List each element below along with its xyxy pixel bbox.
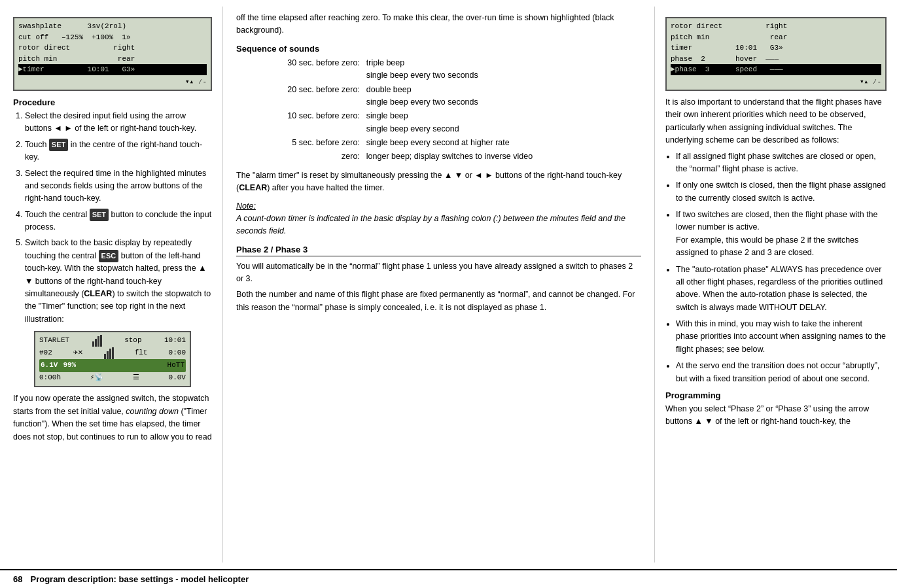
esc-button-label: ESC (99, 250, 119, 262)
seq-line1-0: triple beep (366, 58, 404, 67)
seq-label-0: 30 sec. before zero: (236, 56, 364, 83)
seq-row-2: 10 sec. before zero: single beep single … (236, 109, 641, 136)
seq-line1-1: double beep (366, 85, 412, 94)
seq-val-4: longer beep; display switches to inverse… (364, 150, 641, 164)
col-left: swashplate 3sv(2rol) cut off –125% +100%… (0, 7, 222, 562)
seq-row-0: 30 sec. before zero: triple beep single … (236, 56, 641, 83)
stopwatch-display: STARLET stop 10:01 #02 ✈✕ (34, 331, 191, 387)
seq-val-2: single beep single beep every second (364, 109, 641, 136)
lcd2-row-3: timer 10:01 G3» (671, 43, 881, 54)
lcd-bottom-1: ▾▴ ∕- (18, 77, 207, 88)
lcd-row-4: pitch min rear (18, 54, 207, 65)
seq-val-0: triple beep single beep every two second… (364, 56, 641, 83)
seq-label-1: 20 sec. before zero: (236, 83, 364, 110)
sw-bar-1 (92, 341, 94, 347)
seq-line2-1: single beep every two seconds (366, 97, 478, 107)
sw-title: STARLET (39, 335, 69, 347)
bullet-6: At the servo end the transition does not… (676, 360, 887, 385)
bullet-3: If two switches are closed, then the fli… (676, 209, 887, 260)
lcd-row-1: swashplate 3sv(2rol) (18, 21, 207, 32)
sw-out-voltage: 0.0V (169, 372, 186, 384)
lcd-bottom-1-text: ▾▴ ∕- (185, 77, 207, 88)
bullet-4: The "auto-rotation phase" ALWAYS has pre… (676, 264, 887, 315)
seq-line2-0: single beep every two seconds (366, 71, 478, 80)
bullet-2: If only one switch is closed, then the f… (676, 179, 887, 205)
lcd-row-5-highlighted: ►timer 10:01 G3» (18, 64, 207, 75)
seq-line2-2: single beep every second (366, 124, 459, 133)
para-reset: The "alarm timer" is reset by simultaneo… (236, 169, 641, 195)
seq-line1-2: single beep (366, 111, 408, 120)
seq-row-1: 20 sec. before zero: double beep single … (236, 83, 641, 110)
clear-label-1: CLEAR (84, 289, 112, 298)
procedure-step-2: Touch SET in the centre of the right-han… (25, 139, 212, 164)
sw-stop-label: stop (124, 335, 141, 347)
lcd-row-2-text: cut off –125% +100% 1» (18, 32, 131, 43)
bullet-1: If all assigned flight phase switches ar… (676, 150, 887, 176)
lcd2-bottom: ▾▴ ∕- (671, 77, 881, 88)
programming-para: When you select “Phase 2” or “Phase 3” u… (665, 403, 887, 428)
set-button-label-2: SET (90, 209, 109, 221)
sw-voltage: 6.1V (41, 360, 58, 372)
sequence-heading: Sequence of sounds (236, 44, 641, 54)
right-para-top: It is also important to understand that … (665, 96, 887, 147)
phase-intro: You will automatically be in the “normal… (236, 260, 641, 286)
col-right: rotor direct right pitch min rear timer … (655, 7, 897, 562)
programming-heading: Programming (665, 390, 887, 400)
sw-hott: HoTT (167, 360, 185, 372)
main-content: swashplate 3sv(2rol) cut off –125% +100%… (0, 0, 897, 569)
sw-bar-3 (97, 336, 99, 347)
col-middle: off the time elapsed after reaching zero… (222, 7, 655, 562)
lcd2-bottom-text: ▾▴ ∕- (860, 77, 881, 88)
sw-bar2-4 (112, 347, 114, 359)
seq-val-1: double beep single beep every two second… (364, 83, 641, 110)
lcd2-row-5-highlighted: ►phase 3 speed ——— (671, 64, 881, 75)
sw-tx-icon: ⚡📡 (90, 372, 104, 384)
lcd-row-3: rotor direct right (18, 43, 207, 54)
sw-row-4: 0:00h ⚡📡 ☰ 0.0V (39, 372, 186, 384)
page-container: swashplate 3sv(2rol) cut off –125% +100%… (0, 0, 897, 588)
lcd-row-2: cut off –125% +100% 1» (18, 32, 207, 43)
counting-down-italic: counting down (126, 407, 179, 416)
sw-flt-label: flt (135, 347, 148, 359)
sw-bar2-1 (104, 354, 106, 359)
seq-row-3: 5 sec. before zero: single beep every se… (236, 136, 641, 150)
set-button-label: SET (49, 139, 68, 151)
lcd2-row-1: rotor direct right (671, 21, 881, 32)
sequence-table: 30 sec. before zero: triple beep single … (236, 56, 641, 164)
para-after-stopwatch: If you now operate the assigned switch, … (13, 392, 212, 443)
footer-bar: 68 Program description: base settings - … (0, 569, 897, 588)
seq-row-4: zero: longer beep; display switches to i… (236, 150, 641, 164)
lcd-display-2: rotor direct right pitch min rear timer … (665, 17, 887, 91)
lcd-row-3-text: rotor direct right (18, 43, 135, 54)
lcd-row-4-text: pitch min rear (18, 54, 135, 65)
procedure-step-3: Select the required time in the highligh… (25, 167, 212, 205)
bullet-list: If all assigned flight phase switches ar… (676, 150, 887, 385)
sw-model-num: #02 (39, 347, 52, 359)
sw-row-3: 6.1V 99% HoTT (39, 359, 186, 372)
procedure-heading: Procedure (13, 97, 212, 107)
sw-bar-4 (100, 335, 102, 347)
note-text: A count-down timer is indicated in the b… (236, 213, 641, 238)
seq-val-3: single beep every second at higher rate (364, 136, 641, 150)
note-label: Note: (236, 201, 256, 211)
procedure-step-1: Select the desired input field using the… (25, 110, 212, 135)
lcd2-row-2: pitch min rear (671, 32, 881, 43)
seq-line1-3: single beep every second at higher rate (366, 138, 510, 147)
lcd2-row-1-text: rotor direct right (671, 21, 787, 32)
sw-hours: 0:00h (39, 372, 61, 384)
note-block: Note: A count-down timer is indicated in… (236, 200, 641, 238)
sw-flt-val: 0:00 (169, 347, 186, 359)
phase-heading: Phase 2 / Phase 3 (236, 245, 641, 256)
procedure-list: Select the desired input field using the… (25, 110, 212, 326)
procedure-step-5: Switch back to the basic display by repe… (25, 237, 212, 326)
seq-label-2: 10 sec. before zero: (236, 109, 364, 136)
lcd2-row-5-text: ►phase 3 speed ——— (671, 64, 783, 75)
sw-row-2: #02 ✈✕ flt 0:00 (39, 347, 186, 359)
lcd2-row-3-text: timer 10:01 G3» (671, 43, 783, 54)
sw-time: 10:01 (164, 335, 186, 347)
page-number: 68 (13, 574, 22, 584)
lcd2-row-4: phase 2 hover ——— (671, 54, 881, 65)
lcd-display-1: swashplate 3sv(2rol) cut off –125% +100%… (13, 17, 212, 91)
note-label-para: Note: (236, 200, 641, 213)
lcd2-row-2-text: pitch min rear (671, 32, 787, 43)
